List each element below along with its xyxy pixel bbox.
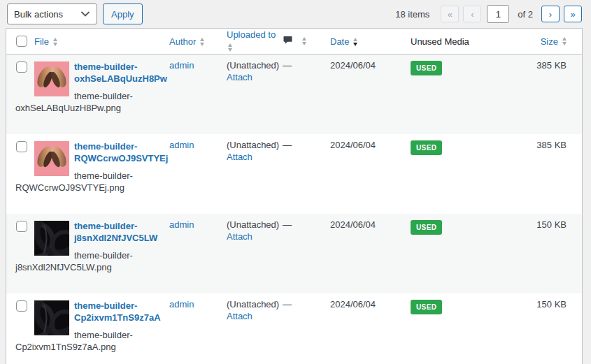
author-cell: admin bbox=[169, 134, 227, 214]
last-page-button[interactable]: » bbox=[564, 6, 582, 22]
row-select-checkbox[interactable] bbox=[16, 300, 27, 312]
table-row: theme-builder-oxhSeLABqUuzH8Pw theme-bui… bbox=[6, 54, 582, 134]
size-cell: 385 KB bbox=[505, 134, 582, 214]
row-select-checkbox[interactable] bbox=[16, 61, 27, 73]
attach-link[interactable]: Attach bbox=[227, 311, 283, 323]
author-cell: admin bbox=[169, 54, 227, 134]
sort-arrows-icon bbox=[562, 37, 567, 45]
sort-asc-icon bbox=[200, 38, 204, 41]
sort-desc-icon bbox=[353, 43, 357, 46]
media-thumbnail[interactable] bbox=[34, 141, 69, 176]
row-select-checkbox[interactable] bbox=[16, 221, 27, 232]
attach-link[interactable]: Attach bbox=[227, 231, 283, 243]
date-cell: 2024/06/04 bbox=[330, 54, 411, 134]
unused-media-cell: USED bbox=[411, 134, 505, 214]
file-cell: theme-builder-j8snXdl2NfJVC5LW theme-bui… bbox=[15, 214, 169, 293]
table-row: theme-builder-Cp2ixvm1TnS9z7aA theme-bui… bbox=[6, 293, 582, 364]
file-cell: theme-builder-Cp2ixvm1TnS9z7aA theme-bui… bbox=[15, 293, 169, 364]
file-cell: theme-builder-oxhSeLABqUuzH8Pw theme-bui… bbox=[15, 54, 169, 134]
row-select-checkbox[interactable] bbox=[16, 141, 27, 152]
current-page-input[interactable] bbox=[487, 5, 509, 23]
column-header-uploaded-to[interactable]: Uploaded to bbox=[227, 29, 283, 53]
author-link[interactable]: admin bbox=[169, 60, 194, 71]
uploaded-to-cell: (Unattached) Attach bbox=[227, 134, 283, 214]
column-header-file[interactable]: File bbox=[15, 36, 169, 47]
sort-asc-icon bbox=[353, 38, 357, 41]
sort-desc-icon bbox=[228, 48, 232, 52]
unattached-label: (Unattached) bbox=[227, 140, 283, 152]
bulk-actions-select[interactable]: Bulk actions bbox=[7, 3, 97, 24]
used-status-badge: USED bbox=[411, 220, 442, 235]
media-list-toolbar: Bulk actions Apply 18 items « ‹ of 2 › » bbox=[0, 0, 591, 28]
attach-link[interactable]: Attach bbox=[227, 72, 283, 84]
apply-button[interactable]: Apply bbox=[103, 3, 143, 24]
sort-asc-icon bbox=[53, 38, 57, 41]
table-header-row: File Author Uploaded to Date Unused Medi… bbox=[6, 29, 582, 54]
uploaded-to-cell: (Unattached) Attach bbox=[227, 54, 283, 134]
sort-asc-icon bbox=[302, 37, 306, 41]
unattached-label: (Unattached) bbox=[227, 60, 283, 72]
file-cell: theme-builder-RQWCcrwOJ9SVTYEj theme-bui… bbox=[15, 134, 169, 214]
comments-cell: — bbox=[283, 134, 330, 214]
author-cell: admin bbox=[169, 293, 227, 364]
select-all-checkbox[interactable] bbox=[16, 36, 27, 47]
total-pages-label: of 2 bbox=[518, 9, 533, 20]
media-list-table: File Author Uploaded to Date Unused Medi… bbox=[6, 28, 583, 364]
author-link[interactable]: admin bbox=[169, 219, 194, 230]
date-cell: 2024/06/04 bbox=[330, 293, 411, 364]
unused-media-cell: USED bbox=[411, 293, 505, 364]
unused-media-cell: USED bbox=[411, 214, 505, 293]
used-status-badge: USED bbox=[411, 61, 442, 75]
sort-desc-icon bbox=[302, 42, 306, 45]
sort-desc-icon bbox=[562, 42, 567, 45]
author-link[interactable]: admin bbox=[169, 140, 194, 150]
uploaded-to-cell: (Unattached) Attach bbox=[227, 214, 283, 293]
column-header-comments[interactable] bbox=[283, 35, 330, 48]
sort-arrows-icon bbox=[302, 37, 306, 45]
sort-arrows-icon bbox=[53, 38, 57, 46]
table-row: theme-builder-j8snXdl2NfJVC5LW theme-bui… bbox=[6, 214, 582, 293]
comment-bubble-icon bbox=[283, 35, 293, 48]
column-header-author[interactable]: Author bbox=[169, 36, 227, 47]
sort-desc-icon bbox=[53, 43, 57, 46]
size-cell: 150 KB bbox=[505, 293, 582, 364]
bulk-actions-selected-value: Bulk actions bbox=[14, 9, 63, 20]
media-thumbnail[interactable] bbox=[34, 300, 69, 335]
first-page-button[interactable]: « bbox=[441, 6, 459, 22]
used-status-badge: USED bbox=[411, 300, 442, 314]
comments-cell: — bbox=[283, 54, 330, 134]
sort-asc-icon bbox=[562, 37, 567, 41]
table-row: theme-builder-RQWCcrwOJ9SVTYEj theme-bui… bbox=[6, 134, 582, 214]
media-thumbnail[interactable] bbox=[34, 221, 69, 256]
author-link[interactable]: admin bbox=[169, 299, 194, 310]
author-cell: admin bbox=[169, 214, 227, 293]
previous-page-button[interactable]: ‹ bbox=[463, 6, 481, 22]
attach-link[interactable]: Attach bbox=[227, 152, 283, 163]
media-thumbnail[interactable] bbox=[34, 61, 69, 96]
uploaded-to-cell: (Unattached) Attach bbox=[227, 293, 283, 364]
unused-media-cell: USED bbox=[411, 54, 505, 134]
used-status-badge: USED bbox=[411, 140, 442, 155]
comments-cell: — bbox=[283, 293, 330, 364]
column-header-unused-media: Unused Media bbox=[411, 36, 505, 47]
size-cell: 385 KB bbox=[505, 54, 582, 134]
unattached-label: (Unattached) bbox=[227, 219, 283, 231]
unattached-label: (Unattached) bbox=[227, 299, 283, 311]
next-page-button[interactable]: › bbox=[541, 6, 560, 22]
pagination: 18 items « ‹ of 2 › » bbox=[395, 5, 582, 23]
comments-cell: — bbox=[283, 214, 330, 293]
date-cell: 2024/06/04 bbox=[330, 134, 411, 214]
sort-arrows-icon bbox=[353, 38, 357, 46]
column-header-size[interactable]: Size bbox=[505, 36, 582, 47]
sort-arrows-icon bbox=[228, 43, 232, 52]
column-header-date[interactable]: Date bbox=[330, 36, 411, 47]
sort-arrows-icon bbox=[200, 38, 204, 46]
date-cell: 2024/06/04 bbox=[330, 214, 411, 293]
size-cell: 150 KB bbox=[505, 214, 582, 293]
sort-desc-icon bbox=[200, 43, 204, 46]
chevron-down-icon bbox=[81, 11, 90, 17]
sort-asc-icon bbox=[228, 43, 232, 47]
items-count: 18 items bbox=[395, 9, 429, 20]
